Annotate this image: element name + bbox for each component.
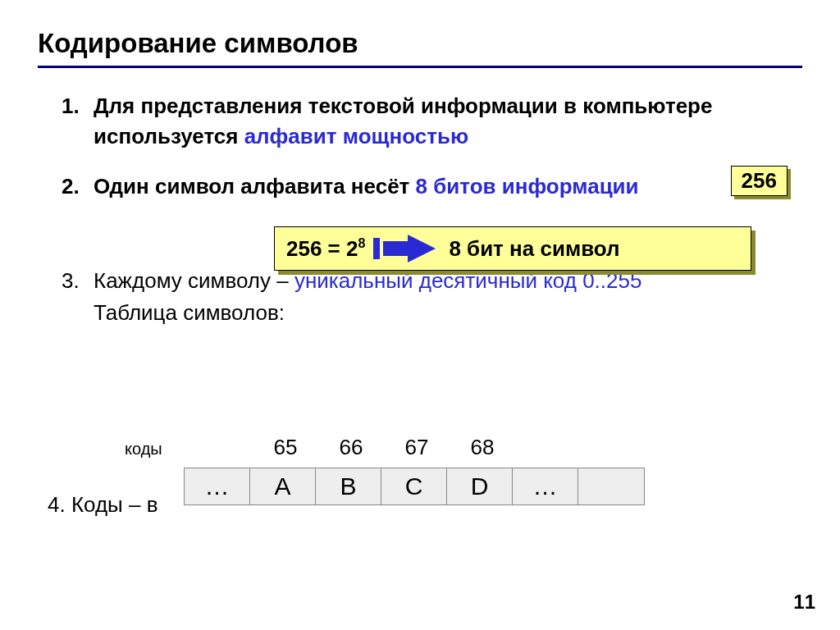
symbol-cell: B [316, 468, 381, 504]
formula-right: 8 бит на символ [449, 236, 619, 262]
li2-text-a: Один символ алфавита несёт [94, 174, 416, 199]
formula-exp: 8 [358, 236, 365, 250]
formula-base: 256 = 2 [286, 236, 358, 261]
list-item-2: Один символ алфавита несёт 8 битов инфор… [85, 171, 802, 202]
symbol-cell: … [513, 468, 578, 504]
arrow-icon [373, 235, 436, 262]
svg-marker-2 [408, 235, 436, 262]
svg-rect-1 [383, 241, 408, 256]
li1-text-b: алфавит мощностью [244, 124, 468, 148]
page-number: 11 [793, 591, 815, 614]
symbol-cell: … [185, 468, 250, 504]
list-item-1: Для представления текстовой информации в… [85, 91, 802, 152]
formula-box: 256 = 28 8 бит на символ [274, 226, 751, 271]
li3-text-a: Каждому символу – [94, 268, 294, 293]
symbol-cell: D [447, 468, 513, 504]
code-num: 65 [253, 435, 318, 460]
slide-title: Кодирование символов [38, 28, 802, 59]
title-rule [38, 66, 802, 68]
list-item-3: Каждому символу – уникальный десятичный … [85, 266, 802, 328]
symbol-cell: C [381, 468, 447, 504]
code-num: 66 [318, 435, 384, 460]
code-num: 68 [450, 435, 515, 460]
list-item-4: 4. Коды – в [48, 492, 158, 518]
formula-left: 256 = 28 [286, 236, 365, 262]
symbol-cell: A [250, 468, 316, 504]
callout-256: 256 [731, 166, 788, 196]
codes-label: коды [125, 440, 162, 459]
li2-text-b: 8 битов информации [416, 174, 639, 199]
li3-sub: Таблица символов: [94, 298, 802, 328]
svg-rect-0 [373, 238, 380, 259]
code-num: 67 [384, 435, 450, 460]
symbol-row: … A B C D … [184, 468, 645, 505]
code-numbers: 65 66 67 68 [253, 435, 515, 460]
symbol-cell-blank [578, 468, 644, 504]
li3-text-b: уникальный десятичный код 0..255 [294, 268, 642, 293]
